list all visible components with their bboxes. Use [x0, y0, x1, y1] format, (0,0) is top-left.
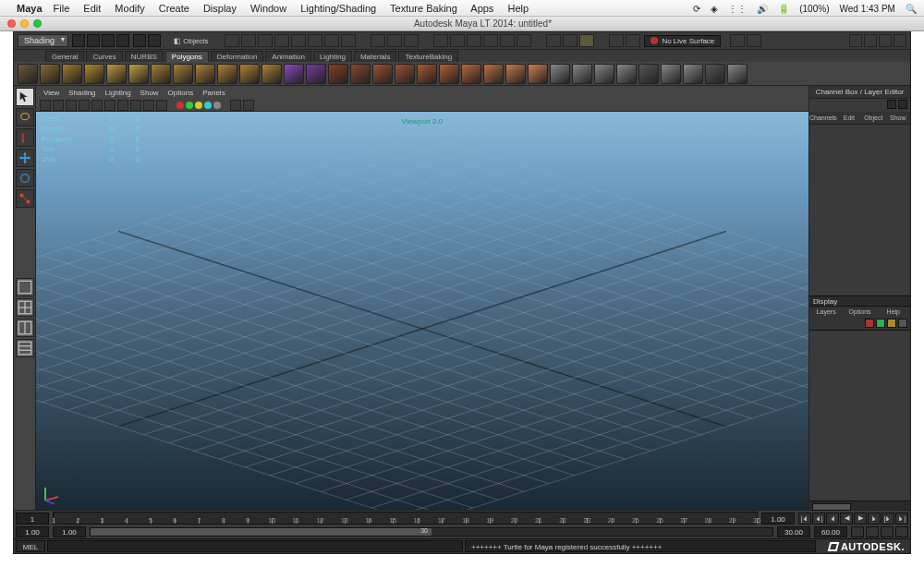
- render-toggle-d-icon[interactable]: [483, 34, 498, 47]
- sym-b-icon[interactable]: [626, 34, 640, 47]
- current-frame-right[interactable]: 1.00: [761, 513, 795, 525]
- menu-window[interactable]: Window: [250, 3, 286, 14]
- anim-end-field[interactable]: 60.00: [814, 526, 847, 537]
- scale-tool[interactable]: [16, 189, 34, 208]
- play-fwd-icon[interactable]: ▶: [854, 513, 867, 525]
- shelf-button-13[interactable]: [306, 64, 326, 84]
- range-slider[interactable]: 30: [90, 527, 773, 537]
- shelf-button-29[interactable]: [661, 64, 681, 84]
- time-ticks[interactable]: 1234567891011121314151617181920212223242…: [53, 512, 758, 525]
- select-tool[interactable]: [16, 88, 34, 106]
- app-name[interactable]: Maya: [17, 3, 43, 14]
- playback-start-field[interactable]: 1.00: [53, 526, 86, 537]
- construction-history-icon[interactable]: [387, 34, 402, 47]
- shelf-button-1[interactable]: [40, 64, 60, 84]
- vp-safe-action-icon[interactable]: [143, 100, 154, 111]
- autokey-icon[interactable]: [851, 526, 864, 537]
- step-fwd-icon[interactable]: ⏵: [868, 513, 881, 525]
- vp-xray-icon[interactable]: [176, 102, 184, 109]
- snap-toggle-a-icon[interactable]: [324, 34, 339, 47]
- menu-apps[interactable]: Apps: [470, 3, 493, 14]
- shelf-tab-polygons[interactable]: Polygons: [165, 51, 209, 62]
- display-layers-header[interactable]: Display: [809, 296, 910, 307]
- vp-menu-options[interactable]: Options: [168, 89, 194, 97]
- shelf-button-28[interactable]: [638, 64, 659, 84]
- snap-surface-icon[interactable]: [291, 34, 306, 47]
- vp-menu-show[interactable]: Show: [140, 89, 159, 97]
- live-a-icon[interactable]: [730, 34, 745, 47]
- menu-display[interactable]: Display: [203, 3, 237, 14]
- shelf-button-4[interactable]: [106, 64, 127, 84]
- minimize-icon[interactable]: [20, 19, 29, 28]
- volume-icon[interactable]: 🔊: [757, 4, 768, 14]
- script-editor-icon[interactable]: [895, 526, 908, 537]
- cb-icon-a[interactable]: [887, 100, 896, 109]
- vp-menu-panels[interactable]: Panels: [202, 89, 225, 97]
- clock[interactable]: Wed 1:43 PM: [840, 4, 895, 14]
- spotlight-icon[interactable]: 🔍: [906, 4, 917, 14]
- vp-menu-shading[interactable]: Shading: [68, 89, 95, 97]
- vp-menu-view[interactable]: View: [43, 89, 59, 97]
- layers-options-menu[interactable]: Options: [843, 307, 876, 318]
- viewport-3d[interactable]: Viewport 2.0 Verts:00 Edges:00 Polygons:…: [36, 112, 808, 510]
- shelf-tab-deformation[interactable]: Deformation: [211, 51, 264, 62]
- shelf-button-3[interactable]: [84, 64, 104, 84]
- render-toggle-f-icon[interactable]: [517, 34, 531, 47]
- menu-lighting-shading[interactable]: Lighting/Shading: [300, 3, 376, 14]
- snap-plane-icon[interactable]: [274, 34, 289, 47]
- vp-bookmark-icon[interactable]: [66, 100, 77, 111]
- outliner-layout[interactable]: [16, 339, 34, 357]
- menu-modify[interactable]: Modify: [115, 3, 144, 14]
- vp-hq-icon[interactable]: [243, 100, 254, 111]
- shelf-button-15[interactable]: [350, 64, 371, 84]
- misc-highlight-icon[interactable]: [579, 34, 594, 47]
- step-fwd-key-icon[interactable]: |⏵: [881, 513, 894, 525]
- misc-b-icon[interactable]: [563, 34, 578, 47]
- menu-file[interactable]: File: [54, 3, 70, 14]
- menu-help[interactable]: Help: [507, 3, 529, 14]
- shelf-button-30[interactable]: [683, 64, 703, 84]
- vp-resolution-gate-icon[interactable]: [117, 100, 128, 111]
- command-input[interactable]: [47, 540, 463, 552]
- shelf-button-9[interactable]: [217, 64, 237, 84]
- play-back-icon[interactable]: ◀: [840, 513, 853, 525]
- cb-icon-b[interactable]: [898, 100, 907, 109]
- sidebar-toggle-b-icon[interactable]: [864, 34, 877, 47]
- vp-image-plane-icon[interactable]: [79, 100, 90, 111]
- shelf-button-14[interactable]: [328, 64, 348, 84]
- input-line-icon[interactable]: [371, 34, 385, 47]
- snap-center-icon[interactable]: [308, 34, 322, 47]
- shelf-tab-lighting[interactable]: Lighting: [313, 51, 352, 62]
- battery-icon[interactable]: 🔋: [778, 4, 789, 14]
- lasso-tool[interactable]: [16, 108, 34, 127]
- new-scene-icon[interactable]: [87, 34, 100, 47]
- vp-wire-shaded-icon[interactable]: [186, 102, 193, 109]
- shelf-button-2[interactable]: [62, 64, 82, 84]
- layer-render-icon[interactable]: [876, 319, 885, 328]
- four-pane-layout[interactable]: [16, 298, 34, 317]
- snap-grid-icon[interactable]: [225, 34, 239, 47]
- new-layer-icon[interactable]: [898, 319, 907, 328]
- shelf-tab-nurbs[interactable]: NURBS: [125, 51, 164, 62]
- history-toggle-c-icon[interactable]: [404, 34, 419, 47]
- sidebar-toggle-c-icon[interactable]: [879, 34, 892, 47]
- sync-icon[interactable]: ⟳: [693, 4, 700, 14]
- shelf-button-0[interactable]: [18, 64, 38, 84]
- shelf-button-12[interactable]: [284, 64, 304, 84]
- sidebar-toggle-a-icon[interactable]: [849, 34, 862, 47]
- vp-film-gate-icon[interactable]: [104, 100, 116, 111]
- single-pane-layout[interactable]: [16, 278, 34, 296]
- vp-isolate-icon[interactable]: [230, 100, 241, 111]
- vp-menu-lighting[interactable]: Lighting: [105, 89, 131, 97]
- live-b-icon[interactable]: [747, 34, 761, 47]
- shelf-button-21[interactable]: [483, 64, 504, 84]
- layers-menu[interactable]: Layers: [809, 307, 843, 318]
- shelf-button-17[interactable]: [395, 64, 415, 84]
- set-key-icon[interactable]: [866, 526, 879, 537]
- menu-edit[interactable]: Edit: [83, 3, 101, 14]
- script-lang-toggle[interactable]: MEL: [16, 540, 45, 552]
- redo-icon[interactable]: [148, 34, 161, 47]
- cb-menu-show[interactable]: Show: [886, 112, 910, 124]
- layer-anim-icon[interactable]: [887, 319, 896, 328]
- live-surface-indicator[interactable]: No Live Surface: [644, 35, 721, 47]
